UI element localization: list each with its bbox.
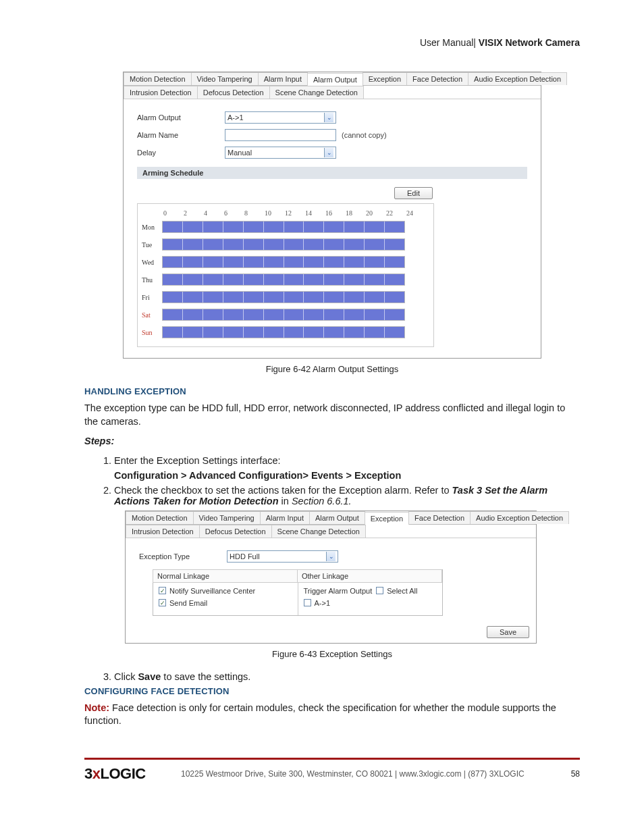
schedule-row-mon: Mon xyxy=(142,219,429,234)
a1-label: A->1 xyxy=(315,599,331,607)
alarm-name-input[interactable] xyxy=(225,129,336,141)
normal-linkage-header: Normal Linkage xyxy=(153,569,298,583)
tab-intrusion-detection[interactable]: Intrusion Detection xyxy=(124,86,198,99)
handling-exception-text: The exception type can be HDD full, HDD … xyxy=(84,402,580,428)
step-2: Check the checkbox to set the actions ta… xyxy=(114,485,580,506)
tab-alarm-input[interactable]: Alarm Input xyxy=(258,72,308,85)
hour-tick: 14 xyxy=(305,209,325,217)
tab-motion-detection[interactable]: Motion Detection xyxy=(124,72,192,85)
figure-caption-2: Figure 6-43 Exception Settings xyxy=(84,649,580,659)
exception-type-select[interactable]: HDD Full ⌄ xyxy=(227,550,338,563)
tab-alarm-output[interactable]: Alarm Output xyxy=(309,511,365,524)
hour-tick: 10 xyxy=(265,209,285,217)
tab-defocus-detection[interactable]: Defocus Detection xyxy=(197,86,270,99)
schedule-bar[interactable] xyxy=(162,326,405,338)
day-label: Sat xyxy=(142,311,162,319)
hour-tick: 22 xyxy=(386,209,406,217)
send-email-label: Send Email xyxy=(169,599,207,607)
delay-select[interactable]: Manual ⌄ xyxy=(225,147,336,159)
tab-alarm-output[interactable]: Alarm Output xyxy=(307,73,363,86)
schedule-bar[interactable] xyxy=(162,273,405,286)
hour-tick: 24 xyxy=(406,209,427,217)
tab-video-tampering[interactable]: Video Tampering xyxy=(191,72,259,85)
alarm-output-label: Alarm Output xyxy=(137,113,225,122)
schedule-bar[interactable] xyxy=(162,309,405,321)
steps-list-cont: Click Save to save the settings. xyxy=(84,671,580,682)
footer-address: 10225 Westmoor Drive, Suite 300, Westmin… xyxy=(146,769,560,779)
notify-checkbox[interactable]: ✓ xyxy=(159,587,166,594)
hour-tick: 20 xyxy=(366,209,386,217)
trigger-label: Trigger Alarm Output xyxy=(304,587,373,595)
tab-face-detection[interactable]: Face Detection xyxy=(406,72,468,85)
other-linkage-header: Other Linkage xyxy=(297,569,442,583)
tab-audio-exception-detection[interactable]: Audio Exception Detection xyxy=(470,511,569,524)
day-label: Fri xyxy=(142,294,162,301)
arming-schedule-header: Arming Schedule xyxy=(137,167,527,179)
day-label: Wed xyxy=(142,259,162,266)
schedule-row-sun: Sun xyxy=(142,325,429,340)
header-right: VISIX Network Camera xyxy=(479,37,580,48)
footer-divider xyxy=(84,758,580,760)
schedule-row-fri: Fri xyxy=(142,290,429,305)
tab-scene-change-detection[interactable]: Scene Change Detection xyxy=(271,525,366,538)
hour-tick: 4 xyxy=(204,209,224,217)
a1-checkbox[interactable] xyxy=(304,599,311,606)
tab-scene-change-detection[interactable]: Scene Change Detection xyxy=(269,86,364,99)
tab-defocus-detection[interactable]: Defocus Detection xyxy=(199,525,272,538)
cannot-copy-note: (cannot copy) xyxy=(342,131,387,139)
alarm-output-select[interactable]: A->1 ⌄ xyxy=(225,111,336,124)
schedule-bar[interactable] xyxy=(162,238,405,251)
delay-label: Delay xyxy=(137,149,225,157)
linkage-table: Normal Linkage Other Linkage ✓ Notify Su… xyxy=(153,569,443,616)
tab-alarm-input[interactable]: Alarm Input xyxy=(260,511,310,524)
tab-intrusion-detection[interactable]: Intrusion Detection xyxy=(126,525,200,538)
alarm-output-screenshot: Motion DetectionVideo TamperingAlarm Inp… xyxy=(123,72,541,359)
tab-video-tampering[interactable]: Video Tampering xyxy=(193,511,261,524)
schedule-row-wed: Wed xyxy=(142,255,429,269)
save-button[interactable]: Save xyxy=(487,626,529,638)
hour-tick: 16 xyxy=(325,209,346,217)
steps-list: Enter the Exception Settings interface: … xyxy=(84,455,580,506)
hour-tick: 12 xyxy=(285,209,305,217)
schedule-row-thu: Thu xyxy=(142,272,429,287)
exception-screenshot: Motion DetectionVideo TamperingAlarm Inp… xyxy=(125,511,537,644)
day-label: Thu xyxy=(142,276,162,284)
schedule-bar[interactable] xyxy=(162,291,405,303)
send-email-checkbox[interactable]: ✓ xyxy=(159,599,166,606)
day-label: Tue xyxy=(142,241,162,249)
day-label: Mon xyxy=(142,224,162,231)
step-1-path: Configuration > Advanced Configuration> … xyxy=(114,470,580,481)
handling-exception-heading: HANDLING EXCEPTION xyxy=(84,386,580,396)
tab-audio-exception-detection[interactable]: Audio Exception Detection xyxy=(468,72,567,85)
select-all-checkbox[interactable] xyxy=(376,587,383,594)
page-number: 58 xyxy=(560,769,580,779)
note-label: Note: xyxy=(84,702,109,713)
chevron-down-icon: ⌄ xyxy=(326,552,336,561)
day-label: Sun xyxy=(142,329,162,336)
arming-schedule-grid: 024681012141618202224 MonTueWedThuFriSat… xyxy=(137,203,434,347)
schedule-bar[interactable] xyxy=(162,256,405,268)
chevron-down-icon: ⌄ xyxy=(324,113,333,122)
alarm-name-label: Alarm Name xyxy=(137,131,225,139)
figure-caption-1: Figure 6-42 Alarm Output Settings xyxy=(84,364,580,374)
hour-tick: 18 xyxy=(346,209,366,217)
hour-tick: 2 xyxy=(184,209,204,217)
schedule-bar[interactable] xyxy=(162,221,405,233)
configuring-face-detection-heading: CONFIGURING FACE DETECTION xyxy=(84,686,580,696)
hour-tick: 6 xyxy=(224,209,244,217)
edit-button[interactable]: Edit xyxy=(394,187,433,199)
step-1: Enter the Exception Settings interface: … xyxy=(114,455,580,481)
hour-tick: 0 xyxy=(163,209,184,217)
select-all-label: Select All xyxy=(387,587,417,595)
header-left: User Manual xyxy=(420,37,473,48)
chevron-down-icon: ⌄ xyxy=(324,148,333,157)
notify-label: Notify Surveillance Center xyxy=(169,587,255,595)
schedule-row-tue: Tue xyxy=(142,237,429,252)
steps-label: Steps: xyxy=(84,436,114,446)
tab-exception[interactable]: Exception xyxy=(363,72,407,85)
tab-motion-detection[interactable]: Motion Detection xyxy=(126,511,194,524)
tab-face-detection[interactable]: Face Detection xyxy=(408,511,471,524)
tab-exception[interactable]: Exception xyxy=(365,512,409,525)
page-header: User Manual| VISIX Network Camera xyxy=(84,37,580,48)
brand-logo: 3xLOGIC xyxy=(84,765,146,783)
